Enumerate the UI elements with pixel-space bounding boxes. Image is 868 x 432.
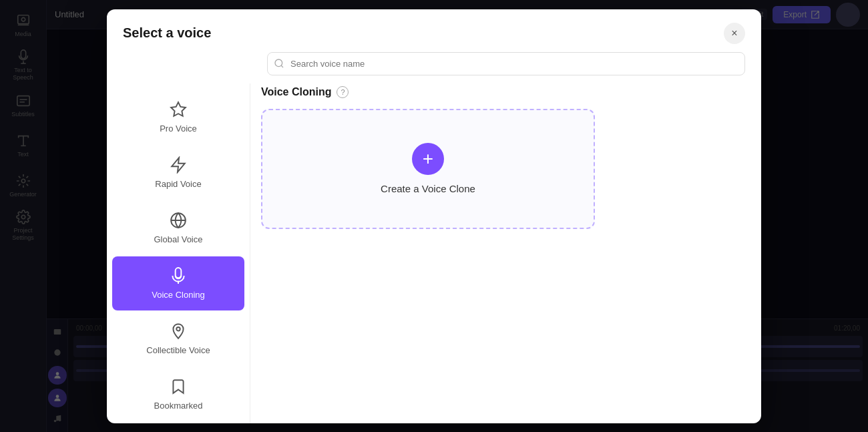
category-voice-cloning-label: Voice Cloning [152, 290, 205, 300]
category-pro-voice-label: Pro Voice [160, 124, 197, 134]
search-input-wrapper [267, 52, 745, 75]
search-section [107, 44, 761, 75]
voice-search-input[interactable] [267, 52, 745, 75]
category-bookmarked-label: Bookmarked [154, 401, 203, 411]
bookmarked-icon [170, 378, 187, 395]
category-pro-voice[interactable]: Pro Voice [112, 90, 244, 144]
category-collectible-voice[interactable]: Collectible Voice [112, 312, 244, 366]
category-collectible-voice-label: Collectible Voice [146, 345, 210, 355]
category-rapid-voice-label: Rapid Voice [155, 179, 201, 189]
svg-line-18 [281, 65, 283, 67]
svg-marker-20 [172, 158, 185, 172]
voice-categories-list: Pro Voice Rapid Voice Global [107, 83, 250, 423]
create-clone-label: Create a Voice Clone [381, 183, 475, 194]
category-rapid-voice[interactable]: Rapid Voice [112, 146, 244, 200]
dialog-close-button[interactable]: × [724, 23, 745, 44]
voice-section-title: Voice Cloning [261, 86, 331, 98]
svg-marker-19 [171, 102, 186, 116]
svg-point-24 [176, 327, 180, 331]
category-bookmarked[interactable]: Bookmarked [112, 367, 244, 421]
rapid-voice-icon [170, 156, 187, 174]
category-global-voice-label: Global Voice [154, 234, 203, 244]
dialog-body: Pro Voice Rapid Voice Global [107, 75, 761, 423]
svg-point-17 [275, 59, 282, 67]
plus-icon: + [412, 143, 444, 175]
select-voice-dialog: Select a voice × [107, 9, 761, 423]
search-icon [274, 58, 284, 69]
create-voice-clone-card[interactable]: + Create a Voice Clone [261, 109, 595, 229]
dialog-header: Select a voice × [107, 9, 761, 44]
category-voice-cloning[interactable]: Voice Cloning [112, 256, 244, 310]
pro-voice-icon [170, 101, 187, 118]
dialog-overlay: Select a voice × [0, 0, 868, 432]
collectible-voice-icon [170, 322, 187, 340]
help-icon[interactable]: ? [337, 86, 349, 98]
category-global-voice[interactable]: Global Voice [112, 201, 244, 255]
dialog-title: Select a voice [123, 25, 211, 41]
global-voice-icon [170, 212, 187, 229]
voice-section-header: Voice Cloning ? [261, 83, 750, 98]
voice-cloning-icon [170, 267, 187, 284]
voice-content-area: Voice Cloning ? + Create a Voice Clone [250, 83, 761, 423]
